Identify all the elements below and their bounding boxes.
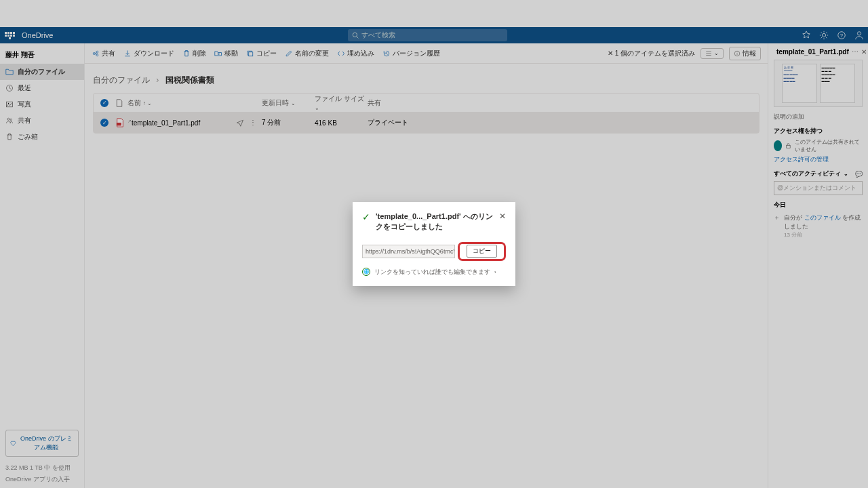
permission-setting[interactable]: 🌐 リンクを知っていれば誰でも編集できます › <box>362 268 506 277</box>
copy-link-button[interactable]: コピー <box>458 242 506 261</box>
close-dialog-icon[interactable]: ✕ <box>499 211 506 221</box>
globe-icon: 🌐 <box>362 268 370 276</box>
modal-overlay[interactable]: ✓ 'template_0..._Part1.pdf' へのリンクをコピーしまし… <box>0 0 868 488</box>
dialog-title: 'template_0..._Part1.pdf' へのリンクをコピーしました <box>376 211 494 231</box>
success-check-icon: ✓ <box>362 211 370 222</box>
link-url-input[interactable]: https://1drv.ms/b/s!AigthQQ6tmcV6d6SmozV… <box>362 245 455 258</box>
link-copied-dialog: ✓ 'template_0..._Part1.pdf' へのリンクをコピーしまし… <box>353 202 515 286</box>
